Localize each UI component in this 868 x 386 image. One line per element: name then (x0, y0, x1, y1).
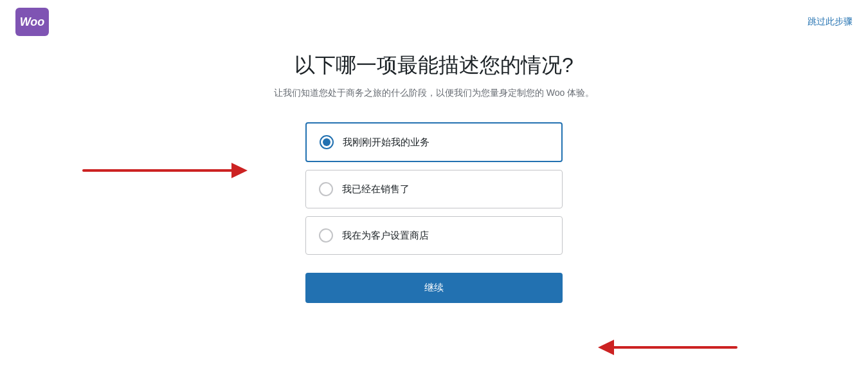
arrow-right-icon (588, 328, 743, 367)
option-label-2: 我已经在销售了 (342, 183, 410, 196)
radio-option-1 (320, 135, 334, 149)
option-card-2[interactable]: 我已经在销售了 (305, 170, 563, 208)
radio-inner-1 (323, 138, 330, 146)
main-content: 以下哪一项最能描述您的情况? 让我们知道您处于商务之旅的什么阶段，以便我们为您量… (0, 0, 868, 303)
option-label-3: 我在为客户设置商店 (342, 230, 429, 242)
option-label-1: 我刚刚开始我的业务 (343, 136, 429, 149)
option-card-1[interactable]: 我刚刚开始我的业务 (305, 122, 563, 162)
radio-option-3 (319, 228, 333, 243)
option-card-3[interactable]: 我在为客户设置商店 (305, 216, 563, 255)
svg-marker-3 (598, 340, 614, 355)
options-container: 我刚刚开始我的业务 我已经在销售了 我在为客户设置商店 继续 (305, 122, 563, 303)
page-subtitle: 让我们知道您处于商务之旅的什么阶段，以便我们为您量身定制您的 Woo 体验。 (274, 87, 594, 99)
continue-button[interactable]: 继续 (305, 273, 563, 303)
radio-option-2 (319, 182, 333, 196)
page-title: 以下哪一项最能描述您的情况? (294, 51, 574, 80)
